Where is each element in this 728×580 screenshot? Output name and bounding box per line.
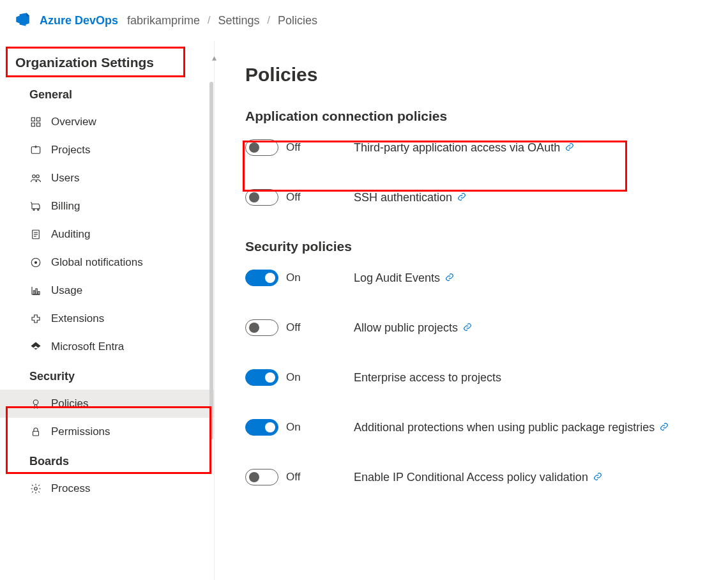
svg-rect-0 [31, 118, 34, 121]
link-icon[interactable] [463, 323, 472, 333]
sidebar-item-extensions[interactable]: Extensions [0, 305, 214, 333]
toggle-state-text: Off [286, 191, 300, 204]
svg-point-8 [36, 175, 40, 178]
sidebar-item-label: Global notifications [51, 256, 143, 269]
policy-row-ssh: Off SSH authentication [245, 189, 728, 206]
policy-label: Allow public projects [354, 321, 458, 335]
policy-label: Enable IP Conditional Access policy vali… [354, 471, 588, 484]
process-icon [29, 483, 42, 494]
toggle-state-text: On [286, 421, 301, 434]
scrollbar[interactable]: ▴ [209, 41, 214, 580]
svg-point-7 [33, 175, 36, 178]
sidebar-item-overview[interactable]: Overview [0, 108, 214, 136]
sidebar-item-usage[interactable]: Usage [0, 277, 214, 305]
svg-rect-24 [33, 431, 39, 436]
sidebar-item-label: Usage [51, 284, 82, 297]
toggle-package-registries[interactable] [245, 419, 278, 436]
svg-rect-22 [38, 292, 40, 295]
projects-icon [29, 144, 42, 156]
svg-rect-20 [33, 291, 34, 294]
product-name[interactable]: Azure DevOps [40, 14, 118, 27]
policy-label: Additional protections when using public… [354, 421, 655, 434]
extensions-icon [29, 313, 42, 324]
svg-rect-2 [31, 123, 34, 126]
toggle-oauth[interactable] [245, 139, 278, 156]
svg-rect-1 [37, 118, 40, 121]
sidebar-item-label: Overview [51, 116, 96, 128]
policy-label: SSH authentication [354, 191, 452, 204]
sidebar-item-permissions[interactable]: Permissions [0, 418, 214, 446]
sidebar-item-billing[interactable]: Billing [0, 192, 214, 220]
scroll-thumb[interactable] [209, 82, 213, 439]
toggle-state-text: Off [286, 321, 300, 334]
sidebar-item-process[interactable]: Process [0, 475, 214, 503]
svg-point-23 [33, 400, 38, 405]
sidebar-item-auditing[interactable]: Auditing [0, 220, 214, 248]
sidebar-group-security: Security [0, 361, 214, 390]
policy-row-public-projects: Off Allow public projects [245, 319, 728, 336]
overview-icon [29, 116, 42, 128]
breadcrumb-org[interactable]: fabrikamprime [127, 14, 200, 27]
toggle-public-projects[interactable] [245, 319, 278, 336]
sidebar-item-notifications[interactable]: Global notifications [0, 248, 214, 277]
sidebar-item-label: Permissions [51, 425, 110, 438]
sidebar-title: Organization Settings [0, 47, 214, 79]
svg-point-10 [38, 209, 39, 210]
sidebar-item-label: Policies [51, 397, 89, 410]
toggle-audit[interactable] [245, 270, 278, 286]
link-icon[interactable] [660, 422, 669, 433]
toggle-ip-conditional[interactable] [245, 469, 278, 485]
link-icon[interactable] [457, 192, 466, 203]
permissions-icon [29, 426, 42, 438]
notifications-icon [29, 257, 42, 268]
svg-point-25 [34, 487, 38, 491]
sidebar-item-label: Process [51, 482, 90, 495]
link-icon[interactable] [565, 142, 574, 153]
policies-icon [29, 398, 42, 409]
policy-label: Enterprise access to projects [354, 371, 501, 385]
sidebar-item-label: Extensions [51, 312, 104, 325]
policy-row-package-registries: On Additional protections when using pub… [245, 419, 728, 436]
sidebar-item-label: Billing [51, 200, 80, 213]
sidebar-item-label: Projects [51, 144, 90, 156]
breadcrumb-policies[interactable]: Policies [278, 14, 317, 27]
svg-rect-3 [37, 123, 40, 126]
sidebar-item-label: Microsoft Entra [51, 340, 124, 353]
sidebar-item-entra[interactable]: Microsoft Entra [0, 333, 214, 361]
section-app-connection-title: Application connection policies [245, 109, 728, 124]
breadcrumb-separator: / [268, 15, 270, 26]
svg-point-9 [33, 209, 34, 210]
entra-icon [29, 341, 42, 353]
toggle-state-text: On [286, 371, 301, 384]
sidebar-group-boards: Boards [0, 446, 214, 475]
breadcrumb: fabrikamprime / Settings / Policies [127, 14, 317, 27]
sidebar: ▴ Organization Settings General Overview… [0, 41, 215, 580]
toggle-state-text: On [286, 271, 301, 284]
toggle-enterprise-access[interactable] [245, 369, 278, 386]
toggle-state-text: Off [286, 141, 300, 154]
svg-line-11 [31, 202, 33, 204]
usage-icon [29, 285, 42, 296]
sidebar-item-policies[interactable]: Policies [0, 390, 214, 418]
breadcrumb-settings[interactable]: Settings [218, 14, 260, 27]
sidebar-item-projects[interactable]: Projects [0, 136, 214, 164]
toggle-state-text: Off [286, 471, 300, 484]
policy-label: Third-party application access via OAuth [354, 141, 560, 155]
section-security-title: Security policies [245, 239, 728, 254]
billing-icon [29, 201, 42, 212]
toggle-ssh[interactable] [245, 189, 278, 206]
breadcrumb-separator: / [208, 15, 210, 26]
azure-devops-logo-icon[interactable] [14, 11, 31, 30]
policy-row-enterprise-access: On Enterprise access to projects [245, 369, 728, 386]
link-icon[interactable] [445, 273, 454, 284]
svg-point-17 [35, 262, 37, 264]
policy-label: Log Audit Events [354, 271, 440, 285]
scroll-up-arrow-icon[interactable]: ▴ [212, 52, 216, 63]
sidebar-item-users[interactable]: Users [0, 164, 214, 192]
sidebar-group-general: General [0, 79, 214, 108]
auditing-icon [29, 229, 42, 240]
sidebar-item-label: Users [51, 172, 79, 185]
main-content: Policies Application connection policies… [215, 41, 728, 580]
page-title: Policies [245, 64, 728, 86]
link-icon[interactable] [593, 472, 602, 483]
